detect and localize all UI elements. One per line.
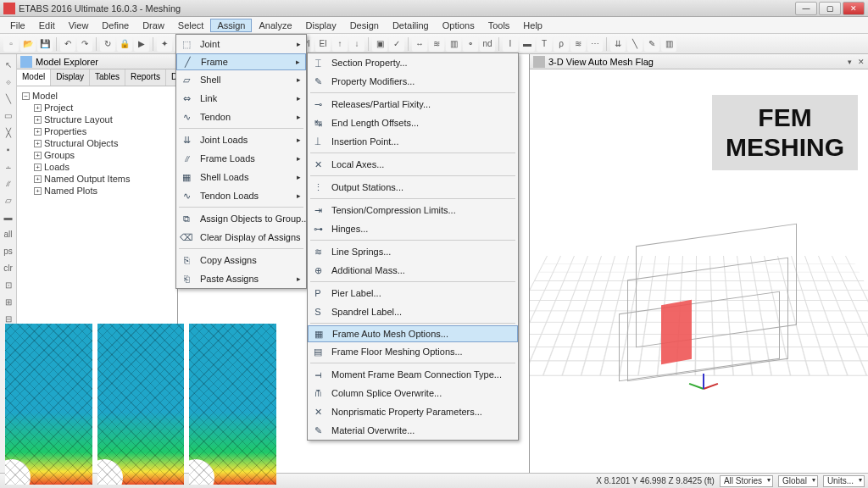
menu-draw[interactable]: Draw (136, 19, 171, 32)
drawrect-icon[interactable]: ▭ (2, 108, 15, 122)
menu-item-shell[interactable]: ▱Shell▸ (176, 70, 306, 89)
menu-tools[interactable]: Tools (481, 19, 517, 32)
tree-node[interactable]: +Loads (22, 161, 172, 173)
menu-item-material-overwrite[interactable]: ✎Material Overwrite... (308, 421, 518, 440)
menu-item-insertion-point[interactable]: ⟘Insertion Point... (308, 132, 518, 151)
assign4-icon[interactable]: ▥ (661, 36, 676, 52)
explorer-tab-display[interactable]: Display (51, 69, 90, 86)
menu-item-joint-loads[interactable]: ⇊Joint Loads▸ (176, 130, 306, 149)
menu-options[interactable]: Options (436, 19, 481, 32)
menu-item-column-splice-overwrite[interactable]: ⫚Column Splice Overwrite... (308, 384, 518, 402)
dim-icon[interactable]: ↔ (412, 36, 427, 52)
frame-submenu[interactable]: ⌶Section Property...✎Property Modifiers.… (307, 53, 519, 441)
tree-node[interactable]: +Named Plots (22, 185, 172, 197)
menu-assign[interactable]: Assign (210, 19, 252, 32)
menu-select[interactable]: Select (171, 19, 211, 32)
explorer-tab-tables[interactable]: Tables (90, 69, 125, 86)
sel-clr-icon[interactable]: clr (2, 261, 15, 274)
menu-design[interactable]: Design (343, 19, 386, 32)
menu-item-line-springs[interactable]: ≋Line Springs... (308, 242, 518, 261)
refresh-icon[interactable]: ↻ (100, 36, 115, 52)
run-icon[interactable]: ▶ (134, 36, 149, 52)
drawslab-icon[interactable]: ▱ (2, 193, 15, 207)
rightview-close-icon[interactable]: ✕ (856, 57, 866, 67)
joint-icon[interactable]: ⚬ (463, 36, 478, 52)
story-selector[interactable]: All Stories (720, 475, 773, 487)
viewel-icon[interactable]: El (315, 36, 331, 52)
reshape-icon[interactable]: ⟐ (2, 75, 15, 88)
menu-item-paste-assigns[interactable]: ⎗Paste Assigns▸ (176, 269, 306, 288)
link2-icon[interactable]: ρ (554, 36, 569, 52)
menu-file[interactable]: File (3, 19, 32, 32)
menu-item-clear-display-of-assigns[interactable]: ⌫Clear Display of Assigns (176, 228, 306, 247)
explorer-tab-model[interactable]: Model (17, 69, 51, 86)
menu-item-output-stations[interactable]: ⋮Output Stations... (308, 178, 518, 197)
assign3-icon[interactable]: ✎ (644, 36, 659, 52)
menu-item-link[interactable]: ⇔Link▸ (176, 89, 306, 108)
menu-item-hinges[interactable]: ⊶Hinges... (308, 219, 518, 238)
tree-node[interactable]: +Structural Objects (22, 137, 172, 149)
tree-node[interactable]: +Named Output Items (22, 173, 172, 185)
undo-icon[interactable]: ↶ (60, 36, 75, 52)
pointer-icon[interactable]: ↖ (2, 58, 15, 71)
menu-item-pier-label[interactable]: PPier Label... (308, 284, 518, 302)
tree-node[interactable]: +Groups (22, 149, 172, 161)
menu-item-frame-loads[interactable]: ⫽Frame Loads▸ (176, 149, 306, 168)
menu-item-tendon-loads[interactable]: ∿Tendon Loads▸ (176, 186, 306, 205)
tree-node[interactable]: +Properties (22, 125, 172, 137)
maximize-button[interactable]: ▢ (819, 2, 841, 15)
drawwall-icon[interactable]: ▬ (2, 210, 15, 224)
assign2-icon[interactable]: ╲ (627, 36, 643, 52)
minimize-button[interactable]: — (795, 2, 817, 15)
menu-view[interactable]: View (62, 19, 96, 32)
menu-item-end-length-offsets[interactable]: ↹End Length Offsets... (308, 114, 518, 132)
sel-prev-icon[interactable]: ps (2, 244, 15, 258)
arrowdn-icon[interactable]: ↓ (349, 36, 364, 52)
drawline-icon[interactable]: ╲ (2, 92, 15, 105)
menu-analyze[interactable]: Analyze (252, 19, 298, 32)
menu-item-tension-compression-limits[interactable]: ⇥Tension/Compression Limits... (308, 201, 518, 219)
drawbrace-icon[interactable]: ⫽ (2, 176, 15, 190)
menu-item-shell-loads[interactable]: ▦Shell Loads▸ (176, 168, 306, 186)
drawbeam-icon[interactable]: ⫠ (2, 159, 15, 173)
sel-int-icon[interactable]: ⊡ (2, 278, 15, 291)
tree-node[interactable]: +Project (22, 102, 172, 114)
menu-item-additional-mass[interactable]: ⊕Additional Mass... (308, 261, 518, 280)
rightview-pin-icon[interactable]: ▾ (844, 57, 854, 67)
menu-item-releases-partial-fixity[interactable]: ⊸Releases/Partial Fixity... (308, 95, 518, 114)
snap1-icon[interactable]: ⊞ (2, 295, 15, 308)
menu-item-moment-frame-beam-connection-type[interactable]: ⫤Moment Frame Beam Connection Type... (308, 365, 518, 384)
sel-all-icon[interactable]: all (2, 227, 15, 241)
menu-define[interactable]: Define (95, 19, 136, 32)
wall-icon[interactable]: ▬ (520, 36, 535, 52)
lock-icon[interactable]: 🔒 (117, 36, 132, 52)
menu-item-nonprismatic-property-parameters[interactable]: ✕Nonprismatic Property Parameters... (308, 402, 518, 421)
menu-item-frame-auto-mesh-options[interactable]: ▦Frame Auto Mesh Options... (308, 325, 518, 342)
frame-icon[interactable]: ≋ (429, 36, 444, 52)
units-selector[interactable]: Units... (823, 475, 865, 487)
redo-icon[interactable]: ↷ (77, 36, 92, 52)
drawcol-icon[interactable]: ▪ (2, 142, 15, 156)
shrink-icon[interactable]: ✓ (389, 36, 404, 52)
axes-icon[interactable]: ✦ (157, 36, 172, 52)
menu-detailing[interactable]: Detailing (386, 19, 436, 32)
coordsys-selector[interactable]: Global (778, 475, 818, 487)
menu-item-copy-assigns[interactable]: ⎘Copy Assigns (176, 251, 306, 269)
menu-item-assign-objects-to-group[interactable]: ⧉Assign Objects to Group... (176, 209, 306, 228)
more-icon[interactable]: ⋯ (587, 36, 603, 52)
tree-root[interactable]: −Model (22, 90, 172, 102)
tee-icon[interactable]: T (537, 36, 552, 52)
new-icon[interactable]: ▫ (3, 36, 19, 52)
menu-item-tendon[interactable]: ∿Tendon▸ (176, 108, 306, 126)
menu-item-local-axes[interactable]: ✕Local Axes... (308, 155, 518, 174)
arrowup-icon[interactable]: ↑ (332, 36, 348, 52)
drawquick-icon[interactable]: ╳ (2, 125, 15, 139)
menu-item-joint[interactable]: ⬚Joint▸ (176, 35, 306, 53)
menu-edit[interactable]: Edit (32, 19, 62, 32)
menu-item-property-modifiers[interactable]: ✎Property Modifiers... (308, 72, 518, 91)
save-icon[interactable]: 💾 (37, 36, 53, 52)
assign-menu[interactable]: ⬚Joint▸╱Frame▸▱Shell▸⇔Link▸∿Tendon▸⇊Join… (175, 34, 307, 289)
close-button[interactable]: ✕ (843, 2, 865, 15)
menu-item-frame-floor-meshing-options[interactable]: ▤Frame Floor Meshing Options... (308, 342, 518, 361)
menu-item-frame[interactable]: ╱Frame▸ (176, 53, 306, 70)
